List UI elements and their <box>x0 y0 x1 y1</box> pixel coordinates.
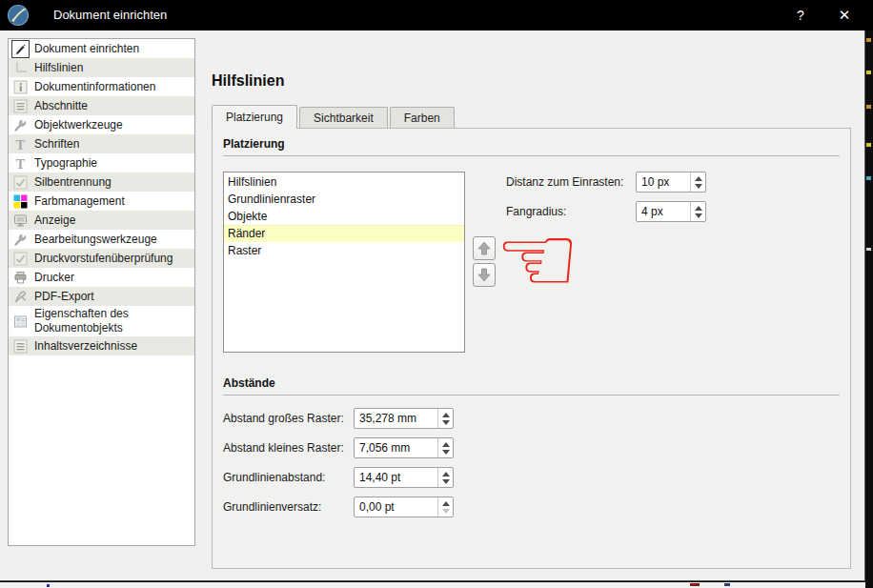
sidebar-item-label: Hilfslinien <box>34 61 83 75</box>
sections-icon <box>13 99 28 113</box>
sidebar-item-label: Dokument einrichten <box>34 42 139 56</box>
sidebar-item-pdf-export[interactable]: PDF-Export <box>9 287 194 306</box>
spinbox-arrows[interactable] <box>690 202 705 221</box>
pointing-hand-annotation-icon: ☜ <box>495 213 580 308</box>
document-setup-icon <box>13 42 28 56</box>
spacing-group-title: Abstände <box>223 376 275 390</box>
sidebar-item-operator-tools[interactable]: Bearbeitungswerkzeuge <box>9 230 194 249</box>
list-item-selected[interactable]: Ränder <box>224 225 464 242</box>
spinbox-input[interactable]: 7,056 mm <box>354 437 454 458</box>
spinbox-input[interactable]: 4 px <box>636 201 706 222</box>
spinbox-input[interactable]: 0,00 pt <box>354 497 454 517</box>
spin-down-icon[interactable] <box>442 420 450 425</box>
spinbox-arrows[interactable] <box>437 468 453 487</box>
sidebar-item-table-of-contents[interactable]: Inhaltsverzeichnisse <box>9 336 194 355</box>
sidebar-item-document-setup[interactable]: Dokument einrichten <box>9 39 194 58</box>
item-properties-icon <box>13 314 28 329</box>
spinbox-value: 0,00 pt <box>359 497 436 517</box>
sidebar-item-hyphenation[interactable]: Silbentrennung <box>9 172 194 192</box>
placement-group-title: Platzierung <box>223 137 285 151</box>
sidebar-item-label: PDF-Export <box>34 290 94 304</box>
field-label: Distanz zum Einrasten: <box>506 175 623 189</box>
list-item[interactable]: Objekte <box>224 208 464 225</box>
spinbox-arrows[interactable] <box>437 497 453 517</box>
sidebar-item-label: Drucker <box>34 271 74 285</box>
screen: Dokument einrichten ? ✕ Dokument einrich… <box>0 0 873 588</box>
sidebar-item-preflight-verifier[interactable]: Druckvorstufenüberprüfung <box>9 249 194 268</box>
move-up-button[interactable] <box>473 236 496 260</box>
field-row: Grundlinienabstand:14,40 pt <box>223 467 457 488</box>
preferences-sidebar: Dokument einrichtenHilfslinienDokumentin… <box>8 38 195 546</box>
sidebar-item-label: Eigenschaften des Dokumentobjekts <box>34 307 192 335</box>
field-row: Grundlinienversatz:0,00 pt <box>223 497 457 517</box>
page-title: Hilfslinien <box>212 72 284 90</box>
spinbox-arrows[interactable] <box>437 438 453 457</box>
list-item[interactable]: Hilfslinien <box>224 173 464 191</box>
sidebar-item-item-tools[interactable]: Objektwerkzeuge <box>9 115 194 134</box>
pdf-export-icon <box>13 290 28 304</box>
field-label: Grundlinienversatz: <box>223 500 321 514</box>
tab-platzierung[interactable]: Platzierung <box>212 105 297 129</box>
spinbox-value: 35,278 mm <box>359 409 436 428</box>
close-icon[interactable]: ✕ <box>823 0 865 30</box>
sidebar-item-label: Objektwerkzeuge <box>34 118 123 132</box>
svg-text:T: T <box>16 137 26 152</box>
sidebar-item-typography[interactable]: TTypographie <box>9 153 194 172</box>
field-label: Abstand kleines Raster: <box>223 441 344 455</box>
sidebar-item-label: Typographie <box>34 156 97 171</box>
tab-sichtbarkeit[interactable]: Sichtbarkeit <box>299 107 388 129</box>
sidebar-item-label: Schriften <box>34 137 79 152</box>
typography-icon: T <box>13 156 28 171</box>
sidebar-item-sections[interactable]: Abschnitte <box>9 96 194 115</box>
spin-up-icon[interactable] <box>442 413 450 417</box>
spinbox-input[interactable]: 35,278 mm <box>354 408 454 429</box>
tab-farben[interactable]: Farben <box>390 107 455 129</box>
spin-up-icon[interactable] <box>442 442 450 447</box>
help-button[interactable]: ? <box>780 0 822 30</box>
spin-up-icon[interactable] <box>442 472 450 476</box>
snap-priority-list[interactable]: HilfslinienGrundlinienrasterObjekteRände… <box>223 172 465 353</box>
sidebar-item-item-properties[interactable]: Eigenschaften des Dokumentobjekts <box>9 306 194 336</box>
sidebar-item-label: Anzeige <box>34 213 75 228</box>
move-down-button[interactable] <box>473 263 496 287</box>
titlebar: Dokument einrichten ? ✕ <box>0 0 873 30</box>
operator-tools-icon <box>13 233 28 247</box>
spin-down-icon[interactable] <box>442 450 450 455</box>
sidebar-item-printer[interactable]: Drucker <box>9 268 194 287</box>
sidebar-item-display[interactable]: Anzeige <box>9 211 194 230</box>
document-info-icon <box>13 80 28 94</box>
spinbox-value: 7,056 mm <box>359 438 436 457</box>
spin-up-icon[interactable] <box>442 501 450 506</box>
spinbox-input[interactable]: 14,40 pt <box>354 467 454 488</box>
hyphenation-icon <box>13 175 28 190</box>
sidebar-item-label: Abschnitte <box>34 99 88 113</box>
table-of-contents-icon <box>13 339 28 354</box>
svg-text:T: T <box>16 156 26 171</box>
spin-down-icon[interactable] <box>442 509 450 514</box>
background-sliver-bottom <box>0 582 865 588</box>
spinbox-input[interactable]: 10 px <box>636 172 706 193</box>
spinbox-arrows[interactable] <box>690 172 705 192</box>
spin-down-icon[interactable] <box>442 479 450 484</box>
list-item[interactable]: Grundlinienraster <box>224 191 464 208</box>
field-row: Distanz zum Einrasten:10 px <box>506 172 711 193</box>
spin-up-icon[interactable] <box>695 206 702 211</box>
sidebar-item-document-info[interactable]: Dokumentinformationen <box>9 77 194 96</box>
spin-down-icon[interactable] <box>695 184 702 189</box>
sidebar-item-label: Farbmanagement <box>34 194 125 209</box>
field-row: Abstand großes Raster:35,278 mm <box>223 408 457 429</box>
spin-down-icon[interactable] <box>695 213 702 218</box>
preflight-verifier-icon <box>13 252 28 266</box>
sidebar-item-color-management[interactable]: Farbmanagement <box>9 192 194 211</box>
spin-up-icon[interactable] <box>695 176 702 181</box>
tab-bar: PlatzierungSichtbarkeitFarben <box>212 105 457 129</box>
list-item[interactable]: Raster <box>224 242 464 259</box>
printer-icon <box>13 271 28 285</box>
sidebar-item-guides[interactable]: Hilfslinien <box>9 58 194 77</box>
group-divider <box>223 155 840 156</box>
spinbox-arrows[interactable] <box>437 409 453 428</box>
field-row: Abstand kleines Raster:7,056 mm <box>223 437 457 458</box>
scribus-app-icon <box>7 4 30 27</box>
sidebar-item-fonts[interactable]: TSchriften <box>9 134 194 153</box>
color-management-icon <box>13 194 28 209</box>
